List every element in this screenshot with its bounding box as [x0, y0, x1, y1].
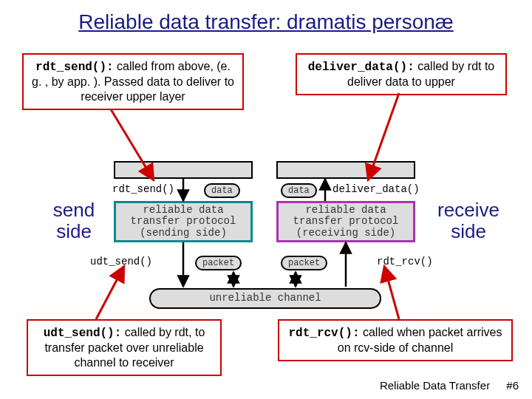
rdt-recv-protocol-box: reliable data transfer protocol (receivi… [276, 201, 415, 242]
label-rdt-rcv: rdt_rcv() [377, 256, 433, 267]
unreliable-channel-box: unreliable channel [149, 288, 381, 309]
label-deliver-data: deliver_data() [332, 183, 420, 195]
callout-rdt-send: rdt_send(): called from above, (e. g. , … [22, 53, 244, 110]
diagram-area: reliable data transfer protocol (sending… [103, 161, 426, 331]
upper-layer-recv-box [276, 161, 415, 179]
pill-data-send: data [204, 183, 240, 198]
label-receive-side-text: receive side [437, 199, 499, 242]
pill-packet-recv: packet [281, 256, 327, 270]
pill-packet-send: packet [195, 256, 242, 270]
rdt-recv-protocol-text: reliable data transfer protocol (receivi… [279, 205, 413, 239]
rdt-send-protocol-box: reliable data transfer protocol (sending… [114, 201, 253, 242]
label-send-side-text: send side [53, 199, 95, 242]
unreliable-channel-text: unreliable channel [209, 293, 321, 304]
label-udt-send: udt_send() [90, 256, 152, 267]
pill-data-recv: data [281, 183, 317, 198]
callout-deliver-data: deliver_data(): called by rdt to deliver… [296, 53, 507, 95]
code-deliver-data: deliver_data(): [308, 61, 415, 74]
label-rdt-send: rdt_send() [112, 183, 174, 195]
footer-page: #6 [506, 379, 519, 392]
footer-topic: Reliable Data Transfer [380, 379, 490, 392]
slide-title: Reliable data transfer: dramatis personæ [30, 10, 502, 34]
rdt-send-protocol-text: reliable data transfer protocol (sending… [116, 205, 250, 239]
footer: Reliable Data Transfer #6 [380, 379, 519, 392]
label-receive-side: receive side [432, 200, 505, 242]
label-send-side: send side [44, 200, 103, 242]
upper-layer-send-box [114, 161, 253, 179]
code-rdt-send: rdt_send(): [35, 61, 114, 74]
